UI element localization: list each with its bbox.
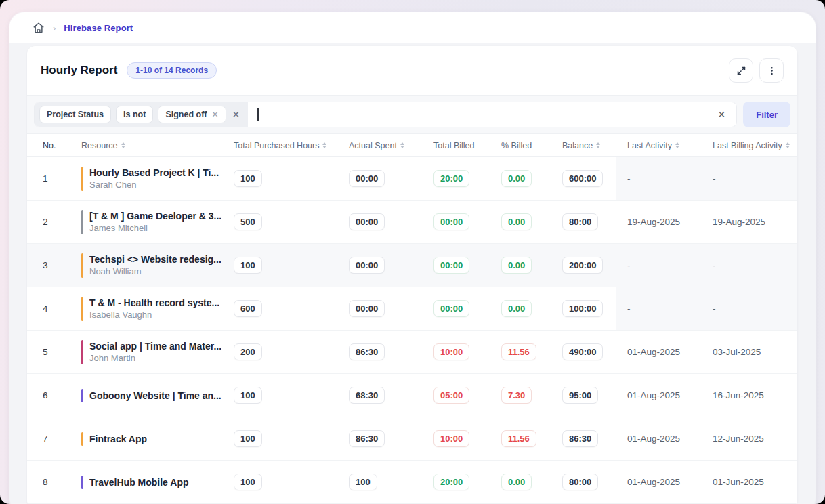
last-billing-activity-value: 01-Jun-2025 (713, 477, 764, 487)
filter-chip-field-label: Project Status (47, 110, 104, 119)
actual-spent-value: 86:30 (349, 343, 385, 360)
home-icon[interactable] (33, 22, 45, 34)
row-number: 6 (27, 390, 75, 400)
table-row[interactable]: 8 TravelHub Mobile App 100 100 20:00 0.0… (27, 461, 797, 504)
row-number: 8 (27, 477, 75, 487)
table-header: No.ResourceTotal Purchased HoursActual S… (27, 134, 797, 157)
resource-cell[interactable]: TravelHub Mobile App (75, 476, 227, 489)
table-row[interactable]: 1 Hourly Based Project K | Ti... Sarah C… (27, 157, 797, 201)
filter-button[interactable]: Filter (743, 102, 790, 127)
table-row[interactable]: 5 Social app | Time and Mater... John Ma… (27, 331, 797, 374)
card-header: Hourly Report 1-10 of 14 Records (27, 46, 797, 95)
column-header-label: Total Purchased Hours (234, 141, 319, 150)
table-row[interactable]: 6 Goboony Website | Time an... 100 68:30… (27, 374, 797, 417)
records-count-badge: 1-10 of 14 Records (127, 62, 217, 79)
project-name: TravelHub Mobile App (89, 477, 189, 488)
last-billing-activity-value: 03-Jul-2025 (713, 347, 761, 357)
resource-person-name: Isabella Vaughn (89, 310, 219, 320)
total-purchased-hours-value: 100 (234, 170, 262, 187)
filter-chip-operator[interactable]: Is not (116, 106, 153, 123)
table-row[interactable]: 3 Techspi <> Website redesig... Noah Wil… (27, 244, 797, 287)
sort-icon[interactable] (675, 142, 679, 148)
total-billed-value: 00:00 (433, 213, 469, 230)
last-activity-value: 01-Aug-2025 (627, 434, 680, 444)
column-header-label: % Billed (501, 141, 532, 150)
column-header[interactable]: Last Activity (616, 141, 704, 150)
resource-cell[interactable]: Social app | Time and Mater... John Mart… (75, 340, 227, 364)
column-header[interactable]: Total Purchased Hours (227, 141, 342, 150)
total-purchased-hours-value: 200 (234, 343, 262, 360)
project-name: Techspi <> Website redesig... (89, 254, 221, 265)
last-billing-activity-value: - (713, 173, 716, 184)
balance-value: 86:30 (562, 430, 598, 447)
resource-cell[interactable]: [T & M ] Game Deeloper & 3... James Mitc… (75, 210, 227, 234)
total-billed-value: 00:00 (433, 257, 469, 274)
project-name: [T & M ] Game Deeloper & 3... (89, 211, 221, 222)
last-activity-value: - (627, 303, 631, 314)
column-header[interactable]: Resource (75, 141, 227, 150)
header-actions (729, 58, 784, 83)
breadcrumb-current[interactable]: Hirebase Report (64, 23, 133, 33)
table-row[interactable]: 7 Fintrack App 100 86:30 10:00 11.56 86:… (27, 417, 797, 461)
balance-value: 600:00 (562, 170, 603, 187)
total-billed-value: 05:00 (433, 387, 469, 404)
column-header-label: Balance (562, 141, 593, 150)
actual-spent-value: 00:00 (349, 213, 385, 230)
expand-button[interactable] (729, 58, 753, 83)
row-number: 4 (27, 303, 75, 314)
more-options-button[interactable] (759, 58, 784, 83)
close-icon[interactable]: ✕ (717, 109, 725, 120)
column-header: Total Billed (427, 141, 494, 150)
actual-spent-value: 100 (349, 474, 377, 490)
last-billing-activity-value: 16-Jun-2025 (713, 390, 764, 400)
column-header[interactable]: Balance (555, 141, 616, 150)
column-header[interactable]: Last Billing Activity (704, 141, 797, 150)
close-icon[interactable]: ✕ (232, 110, 240, 119)
project-color-bar (81, 210, 83, 234)
sort-icon[interactable] (400, 142, 404, 148)
sort-icon[interactable] (596, 142, 600, 148)
filter-input[interactable]: Project Status Is not Signed off ✕ ✕ ✕ (34, 102, 737, 127)
total-purchased-hours-value: 100 (234, 387, 262, 404)
table-row[interactable]: 2 [T & M ] Game Deeloper & 3... James Mi… (27, 201, 797, 244)
sort-icon[interactable] (322, 142, 326, 148)
resource-cell[interactable]: Fintrack App (75, 432, 227, 446)
resource-cell[interactable]: Goboony Website | Time an... (75, 389, 227, 402)
column-header: % Billed (494, 141, 555, 150)
total-purchased-hours-value: 500 (234, 213, 262, 230)
column-header-label: Resource (81, 141, 118, 150)
close-icon[interactable]: ✕ (212, 110, 219, 119)
resource-cell[interactable]: T & M - Health record syste... Isabella … (75, 297, 227, 321)
app-window: › Hirebase Report Hourly Report 1-10 of … (9, 12, 816, 504)
actual-spent-value: 00:00 (349, 170, 385, 187)
last-activity-value: 01-Aug-2025 (627, 347, 680, 357)
total-billed-value: 10:00 (433, 430, 469, 447)
last-activity-value: - (627, 260, 631, 270)
sort-icon[interactable] (121, 142, 125, 148)
last-billing-activity-value: 12-Jun-2025 (713, 434, 764, 444)
filter-chip-field[interactable]: Project Status (39, 106, 111, 123)
expand-icon (736, 66, 746, 76)
last-activity-value: 01-Aug-2025 (627, 390, 680, 400)
resource-person-name: John Martin (89, 353, 221, 363)
total-purchased-hours-value: 100 (234, 430, 262, 447)
resource-cell[interactable]: Techspi <> Website redesig... Noah Willi… (75, 253, 227, 278)
project-name: Fintrack App (89, 434, 147, 444)
project-color-bar (81, 167, 83, 191)
balance-value: 80:00 (562, 213, 598, 230)
project-name: Goboony Website | Time an... (89, 390, 221, 401)
resource-person-name: James Mitchell (89, 223, 221, 233)
balance-value: 95:00 (562, 387, 598, 404)
actual-spent-value: 00:00 (349, 257, 385, 274)
resource-cell[interactable]: Hourly Based Project K | Ti... Sarah Che… (75, 167, 227, 191)
column-header-label: Last Activity (627, 141, 672, 150)
actual-spent-value: 00:00 (349, 300, 385, 317)
table-row[interactable]: 4 T & M - Health record syste... Isabell… (27, 287, 797, 331)
filter-chip-value[interactable]: Signed off ✕ (158, 106, 226, 123)
percent-billed-value: 0.00 (501, 170, 532, 187)
project-name: Hourly Based Project K | Ti... (89, 167, 219, 178)
column-header[interactable]: Actual Spent (342, 141, 427, 150)
project-color-bar (81, 253, 83, 278)
sort-icon[interactable] (786, 142, 790, 148)
actual-spent-value: 68:30 (349, 387, 385, 404)
